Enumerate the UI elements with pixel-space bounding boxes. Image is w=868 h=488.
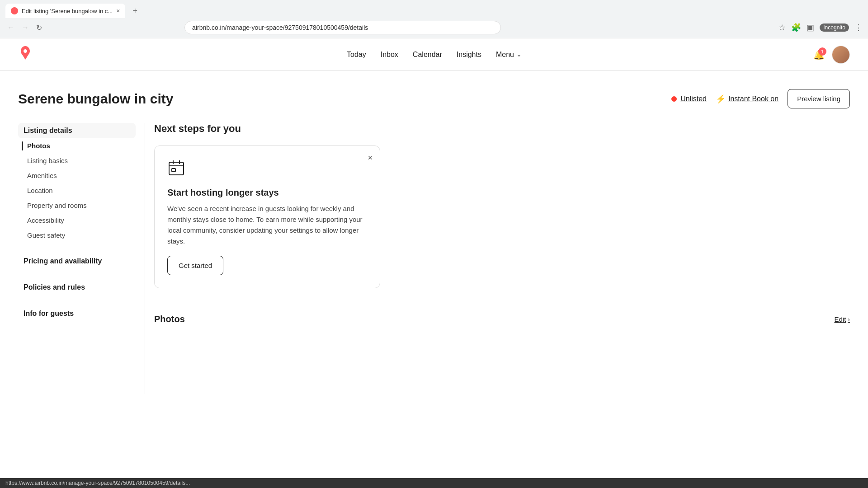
main-area: Next steps for you × Start h	[145, 123, 850, 394]
sidebar-items-list: Photos Listing basics Amenities Location…	[18, 138, 136, 243]
menu-label: Menu	[496, 51, 514, 59]
page-header: Serene bungalow in city Unlisted ⚡ Insta…	[18, 89, 850, 108]
forward-button[interactable]: →	[20, 22, 31, 33]
sidebar-section-title-policies[interactable]: Policies and rules	[18, 280, 136, 295]
airbnb-logo[interactable]	[18, 46, 33, 63]
browser-tab[interactable]: Edit listing 'Serene bungalow in c... ×	[5, 4, 125, 18]
card-title: Start hosting longer stays	[167, 188, 367, 198]
sidebar-item-accessibility[interactable]: Accessibility	[18, 213, 136, 228]
chevron-right-icon: ›	[848, 316, 850, 323]
sidebar-section-title-listing-details[interactable]: Listing details	[18, 123, 136, 138]
nav-inbox[interactable]: Inbox	[381, 51, 398, 59]
browser-title-bar: Edit listing 'Serene bungalow in c... × …	[0, 0, 868, 18]
refresh-button[interactable]: ↻	[34, 22, 44, 34]
tab-close-icon[interactable]: ×	[116, 7, 120, 14]
preview-listing-button[interactable]: Preview listing	[788, 89, 850, 108]
instant-book[interactable]: ⚡ Instant Book on	[716, 94, 778, 104]
nav-links: Today Inbox Calendar Insights Menu ⌄	[347, 51, 521, 59]
get-started-button[interactable]: Get started	[167, 256, 223, 275]
svg-rect-0	[169, 162, 184, 175]
sidebar-section-listing-details: Listing details Photos Listing basics Am…	[18, 123, 136, 243]
card-icon	[167, 159, 367, 180]
sidebar-section-pricing: Pricing and availability	[18, 253, 136, 269]
calendar-icon	[167, 164, 185, 180]
photos-section-title: Photos	[154, 314, 185, 324]
avatar[interactable]	[832, 46, 850, 64]
address-bar[interactable]	[184, 21, 501, 34]
nav-insights[interactable]: Insights	[457, 51, 481, 59]
sidebar-section-title-pricing[interactable]: Pricing and availability	[18, 253, 136, 269]
page-header-actions: Unlisted ⚡ Instant Book on Preview listi…	[671, 89, 850, 108]
notification-badge: 1	[818, 47, 826, 56]
svg-rect-4	[172, 169, 175, 172]
extensions-button[interactable]: 🧩	[791, 23, 801, 33]
divider	[154, 303, 850, 303]
sidebar-section-info: Info for guests	[18, 306, 136, 321]
tab-favicon	[11, 7, 18, 14]
main-layout: Listing details Photos Listing basics Am…	[18, 123, 850, 394]
browser-actions: ☆ 🧩 ▣ Incognito ⋮	[778, 23, 863, 33]
page-content: Serene bungalow in city Unlisted ⚡ Insta…	[0, 71, 868, 394]
back-button[interactable]: ←	[5, 22, 16, 33]
sidebar-section-title-info[interactable]: Info for guests	[18, 306, 136, 321]
app-navbar: Today Inbox Calendar Insights Menu ⌄ 🔔 1	[0, 38, 868, 71]
card-close-button[interactable]: ×	[368, 153, 373, 163]
lightning-icon: ⚡	[716, 94, 726, 104]
photos-section-header: Photos Edit ›	[154, 314, 850, 324]
sidebar-item-listing-basics[interactable]: Listing basics	[18, 153, 136, 168]
browser-chrome: Edit listing 'Serene bungalow in c... × …	[0, 0, 868, 38]
status-badge[interactable]: Unlisted	[671, 95, 707, 103]
next-steps-title: Next steps for you	[154, 123, 850, 135]
status-dot	[671, 96, 677, 102]
bookmark-button[interactable]: ☆	[778, 23, 786, 33]
nav-today[interactable]: Today	[347, 51, 366, 59]
sidebar-item-photos[interactable]: Photos	[18, 138, 136, 153]
nav-right: 🔔 1	[813, 46, 850, 64]
sidebar-toggle[interactable]: ▣	[807, 23, 814, 33]
chevron-down-icon: ⌄	[517, 52, 521, 58]
new-tab-button[interactable]: +	[129, 5, 141, 18]
status-label: Unlisted	[680, 95, 707, 103]
sidebar-item-guest-safety[interactable]: Guest safety	[18, 228, 136, 243]
sidebar: Listing details Photos Listing basics Am…	[18, 123, 145, 394]
card-description: We've seen a recent increase in guests l…	[167, 203, 367, 247]
avatar-image	[832, 46, 849, 63]
hosting-card: × Start hosting longer stays We've seen …	[154, 145, 380, 288]
instant-book-label: Instant Book on	[728, 95, 778, 103]
browser-address-bar: ← → ↻ ☆ 🧩 ▣ Incognito ⋮	[0, 18, 868, 38]
photos-edit-link[interactable]: Edit ›	[834, 315, 850, 323]
nav-calendar[interactable]: Calendar	[413, 51, 442, 59]
sidebar-item-amenities[interactable]: Amenities	[18, 168, 136, 183]
incognito-badge: Incognito	[820, 23, 849, 32]
edit-label: Edit	[834, 315, 846, 323]
browser-menu-button[interactable]: ⋮	[854, 23, 863, 33]
page-title: Serene bungalow in city	[18, 91, 173, 107]
sidebar-section-policies: Policies and rules	[18, 280, 136, 295]
sidebar-item-property-rooms[interactable]: Property and rooms	[18, 198, 136, 213]
tab-label: Edit listing 'Serene bungalow in c...	[22, 8, 113, 14]
nav-menu[interactable]: Menu ⌄	[496, 51, 521, 59]
sidebar-item-location[interactable]: Location	[18, 183, 136, 198]
notification-button[interactable]: 🔔 1	[813, 49, 825, 60]
